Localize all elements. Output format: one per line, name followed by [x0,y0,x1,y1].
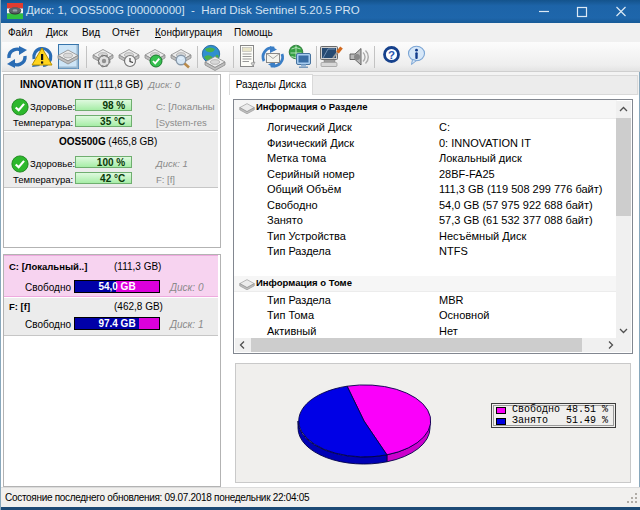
svg-text:?: ? [388,49,395,61]
